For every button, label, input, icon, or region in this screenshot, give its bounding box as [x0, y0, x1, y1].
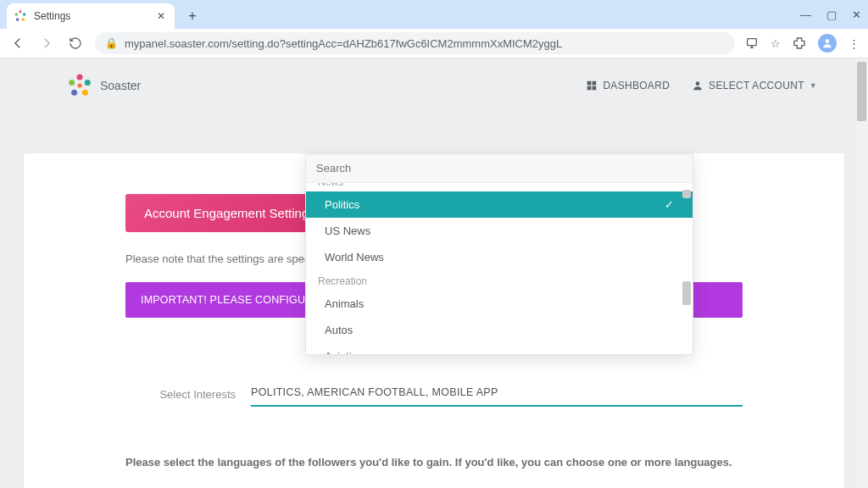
page-scrollbar-thumb[interactable]: [857, 62, 866, 121]
svg-point-6: [826, 39, 830, 43]
nav-select-account[interactable]: SELECT ACCOUNT ▼: [692, 80, 817, 92]
svg-rect-14: [593, 81, 597, 86]
dropdown-item-aviation[interactable]: Aviation: [306, 343, 693, 354]
lock-icon: 🔒: [105, 37, 118, 49]
svg-rect-13: [587, 81, 592, 86]
minimize-icon[interactable]: —: [800, 8, 811, 21]
dropdown-list[interactable]: News Politics ✓ US News World News Recre…: [306, 183, 693, 354]
dropdown-group-label: News: [306, 183, 693, 191]
nav-select-account-label: SELECT ACCOUNT: [709, 80, 804, 92]
user-icon: [692, 80, 704, 92]
tab-title: Settings: [34, 10, 156, 22]
close-window-icon[interactable]: ✕: [852, 8, 861, 21]
brand-name: Soaster: [100, 79, 141, 92]
browser-titlebar: Settings ✕ + — ▢ ✕: [0, 0, 868, 29]
forward-icon[interactable]: [37, 34, 56, 53]
dropdown-group-label: Recreation: [306, 270, 693, 291]
svg-point-17: [696, 81, 700, 86]
svg-point-1: [23, 13, 25, 15]
svg-point-10: [71, 90, 77, 96]
tab-close-icon[interactable]: ✕: [156, 11, 166, 21]
toolbar-right: ☆ ⋮: [745, 34, 860, 53]
star-icon[interactable]: ☆: [771, 37, 781, 50]
dropdown-item-label: Autos: [325, 324, 353, 336]
dropdown-item-animals[interactable]: Animals: [306, 291, 693, 317]
app-window: Settings ✕ + — ▢ ✕ 🔒 mypanel.soaster.com…: [0, 0, 868, 488]
dropdown-item-us-news[interactable]: US News: [306, 218, 693, 244]
svg-point-2: [22, 18, 25, 20]
svg-rect-15: [587, 86, 592, 91]
app-topnav: DASHBOARD SELECT ACCOUNT ▼: [586, 80, 817, 92]
dropdown-item-label: Politics: [325, 198, 359, 211]
brand[interactable]: Soaster: [68, 74, 141, 97]
profile-avatar[interactable]: [818, 34, 837, 53]
kebab-menu-icon[interactable]: ⋮: [849, 37, 860, 50]
svg-point-9: [82, 90, 88, 96]
interests-dropdown: News Politics ✓ US News World News Recre…: [305, 153, 693, 355]
tab-favicon: [14, 9, 27, 23]
brand-logo-icon: [68, 74, 92, 97]
browser-tab[interactable]: Settings ✕: [7, 3, 175, 29]
nav-dashboard[interactable]: DASHBOARD: [586, 80, 670, 92]
install-app-icon[interactable]: [745, 36, 759, 50]
dropdown-item-label: Animals: [325, 297, 364, 310]
page-title: Account Engagement Settings: [125, 194, 334, 232]
address-bar[interactable]: 🔒 mypanel.soaster.com/setting.do?setting…: [95, 32, 735, 54]
page-scrollbar[interactable]: [855, 58, 868, 488]
dropdown-item-politics[interactable]: Politics ✓: [306, 191, 693, 218]
dropdown-item-world-news[interactable]: World News: [306, 244, 693, 270]
svg-point-8: [85, 80, 91, 86]
chevron-down-icon: ▼: [810, 81, 817, 90]
interests-row: Select Interests POLITICS, AMERICAN FOOT…: [125, 381, 743, 407]
svg-point-0: [19, 10, 21, 13]
svg-rect-16: [593, 86, 597, 91]
interests-input[interactable]: POLITICS, AMERICAN FOOTBALL, MOBILE APP: [251, 381, 743, 407]
dropdown-scroll-up-icon[interactable]: [682, 190, 691, 198]
svg-rect-5: [748, 39, 757, 46]
languages-prompt: Please select the languages of the follo…: [125, 456, 743, 469]
new-tab-button[interactable]: +: [181, 5, 203, 27]
extensions-icon[interactable]: [793, 36, 806, 50]
dropdown-item-label: US News: [325, 225, 370, 237]
svg-point-12: [77, 83, 81, 87]
dropdown-search-row: [306, 154, 693, 183]
interests-label: Select Interests: [125, 388, 236, 401]
dropdown-item-label: World News: [325, 251, 384, 263]
maximize-icon[interactable]: ▢: [826, 8, 837, 21]
page-viewport: Soaster DASHBOARD SELECT ACCOUNT ▼: [0, 58, 868, 488]
nav-dashboard-label: DASHBOARD: [603, 80, 670, 92]
svg-point-11: [69, 80, 75, 86]
dropdown-item-label: Aviation: [325, 350, 364, 354]
dropdown-search-input[interactable]: [314, 161, 687, 175]
back-icon[interactable]: [8, 34, 27, 53]
svg-point-4: [15, 13, 18, 15]
dropdown-scrollbar-thumb[interactable]: [682, 281, 691, 305]
browser-toolbar: 🔒 mypanel.soaster.com/setting.do?setting…: [0, 29, 868, 58]
svg-point-3: [16, 18, 19, 20]
dashboard-icon: [586, 80, 598, 92]
svg-point-7: [77, 75, 83, 80]
app-header: Soaster DASHBOARD SELECT ACCOUNT ▼: [0, 58, 868, 113]
window-controls: — ▢ ✕: [800, 0, 861, 29]
check-icon: ✓: [665, 198, 674, 211]
dropdown-scrollbar[interactable]: [681, 186, 693, 354]
address-url: mypanel.soaster.com/setting.do?settingAc…: [125, 37, 562, 50]
reload-icon[interactable]: [66, 34, 85, 53]
dropdown-item-autos[interactable]: Autos: [306, 317, 693, 343]
